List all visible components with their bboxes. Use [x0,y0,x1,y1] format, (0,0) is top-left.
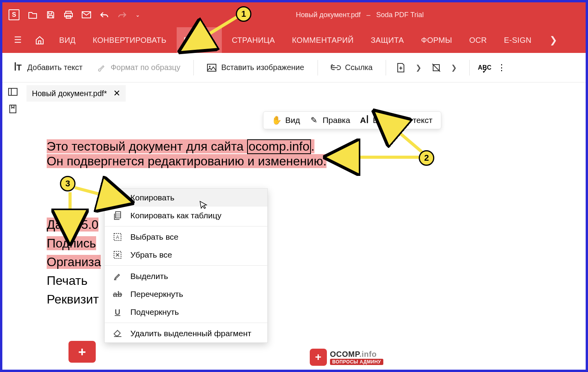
ctx-deselect-all[interactable]: Убрать все [105,246,267,264]
eraser-icon [112,328,123,339]
insert-image-label: Вставить изображение [221,63,304,72]
divider [193,60,194,75]
close-tab-icon[interactable]: ✕ [113,88,120,98]
link-text[interactable]: ocomp.info [247,139,311,154]
hand-icon: ✋ [272,116,281,125]
arrow-3b [64,190,79,221]
document-tab[interactable]: Новый документ.pdf* ✕ [26,85,126,102]
svg-line-20 [396,130,423,153]
copy-table-icon [112,211,123,221]
divider [386,60,386,75]
ctx-separator [105,323,267,323]
add-page-icon[interactable] [396,63,405,72]
app-badge: + [68,341,96,363]
format-painter-button: Формат по образцу [93,61,183,75]
title-file: Новый документ.pdf [296,11,361,19]
redo-icon [118,10,127,19]
wm-sub: ВОПРОСЫ АДМИНУ [330,359,383,365]
divider [318,60,318,75]
spellcheck-icon[interactable]: ABC✓ [480,63,489,72]
chevron-right-icon[interactable]: ❯ [413,63,424,72]
float-edit-label: Правка [323,116,350,125]
ctx-copy-table-label: Копировать как таблицу [130,211,221,220]
ctx-strike[interactable]: ab Перечеркнуть [105,285,267,303]
text-req[interactable]: Реквизит [47,292,99,306]
menu-view[interactable]: ВИД [52,27,82,53]
text-print[interactable]: Печать [47,274,88,288]
ctx-deselect-all-label: Убрать все [130,250,172,260]
arrow-1 [198,14,240,45]
app-logo: S [9,9,19,20]
ctx-delete-label: Удалить выделенный фрагмент [130,329,251,338]
ctx-select-all[interactable]: A Выбрать все [105,228,267,246]
menu-overflow-icon[interactable]: ❯ [545,32,562,49]
float-select-text-button[interactable]: Aꟾ Выделить текст [360,116,432,125]
menu-forms[interactable]: ФОРМЫ [414,27,459,53]
ctx-highlight-label: Выделить [130,272,168,281]
bookmark-icon[interactable] [8,104,18,114]
menu-comment[interactable]: КОММЕНТАРИЙ [285,27,360,53]
undo-icon[interactable] [100,10,109,19]
text-line-1a[interactable]: Это тестовый документ для сайта [47,139,247,153]
text-sign[interactable]: Подпись [47,236,96,250]
chevron-right-icon[interactable]: ❯ [449,63,459,72]
watermark-icon: + [310,349,327,366]
add-text-button[interactable]: ꟾT Добавить текст [10,61,86,75]
hamburger-icon[interactable]: ☰ [9,31,27,49]
menu-ocr[interactable]: OCR [462,27,494,53]
link-button[interactable]: Ссылка [328,61,376,75]
context-menu: Копировать Копировать как таблицу A Выбр… [104,188,268,343]
ctx-strike-label: Перечеркнуть [130,290,183,299]
float-view-button[interactable]: ✋ Вид [272,116,300,125]
open-icon[interactable] [28,10,37,19]
ctx-copy-table[interactable]: Копировать как таблицу [105,207,267,225]
svg-rect-11 [116,212,121,218]
ctx-copy[interactable]: Копировать [105,189,267,207]
save-icon[interactable] [46,10,55,19]
ctx-highlight[interactable]: Выделить [105,267,267,285]
ctx-underline[interactable]: U Подчеркнуть [105,303,267,321]
svg-line-19 [205,17,237,37]
pencil-icon: ✎ [309,116,319,125]
callout-3: 3 [60,176,75,191]
tab-label: Новый документ.pdf* [32,89,107,98]
add-text-label: Добавить текст [27,63,82,72]
underline-icon: U [112,307,123,317]
brush-icon [97,63,106,72]
text-cursor-icon: ꟾT [13,63,23,72]
svg-rect-10 [116,194,121,200]
menu-convert[interactable]: КОНВЕРТИРОВАТЬ [86,27,174,53]
svg-rect-9 [10,105,16,113]
float-edit-button[interactable]: ✎ Правка [309,116,350,125]
copy-icon [112,193,123,203]
text-line-2[interactable]: Он подвергнется редактированию и изменен… [47,154,326,168]
ctx-select-all-label: Выбрать все [130,232,179,242]
wm-brand-a: OCOMP [330,350,359,358]
panel-icon[interactable] [8,87,18,97]
mail-icon[interactable] [82,10,91,19]
crop-icon[interactable] [432,63,441,72]
ctx-copy-label: Копировать [130,193,174,202]
highlight-icon [112,271,123,281]
strike-icon: ab [112,289,123,299]
menu-secure[interactable]: ЗАЩИТА [364,27,411,53]
more-icon[interactable]: ⋮ [497,63,506,72]
format-painter-label: Формат по образцу [111,63,180,72]
watermark: + OCOMP.info ВОПРОСЫ АДМИНУ [310,349,383,366]
float-view-label: Вид [285,116,300,125]
insert-image-button[interactable]: Вставить изображение [204,61,307,75]
titlebar-more-icon[interactable]: ⌄ [135,12,140,18]
text-select-icon: Aꟾ [360,116,369,125]
callout-2: 2 [419,150,434,166]
svg-rect-7 [9,88,17,95]
menu-esign[interactable]: E-SIGN [497,27,539,53]
text-line-1b[interactable]: . [311,139,314,153]
title-sep: – [367,11,370,19]
ctx-separator [105,226,267,226]
callout-1: 1 [236,6,251,22]
print-icon[interactable] [64,10,73,19]
text-org[interactable]: Организа [47,255,101,269]
ctx-delete-fragment[interactable]: Удалить выделенный фрагмент [105,325,267,342]
home-icon[interactable] [30,31,49,49]
wm-brand-b: .info [359,350,377,358]
